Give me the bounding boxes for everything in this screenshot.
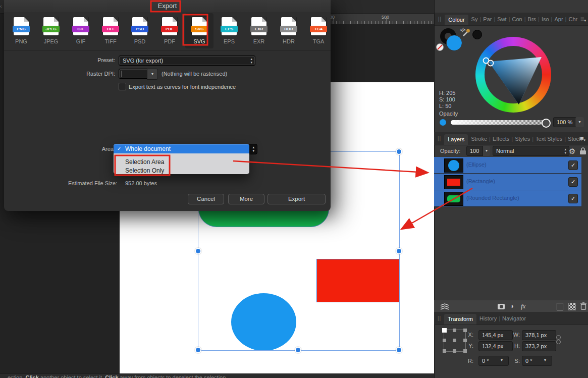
layer-row-rounded-rectangle[interactable]: (Rounded Rectangle) ✓ <box>434 190 581 207</box>
chevron-down-icon[interactable]: ▾ <box>501 358 503 362</box>
format-tile-jpeg[interactable]: JPEG JPEG <box>39 15 63 46</box>
tab-layers[interactable]: Layers <box>444 134 468 145</box>
panel-menu-icon[interactable]: ≡▾ <box>580 15 586 23</box>
format-tile-pdf[interactable]: PDF PDF <box>158 15 181 46</box>
colour-triangle[interactable] <box>479 50 548 109</box>
format-tile-tga[interactable]: TGA TGA <box>307 15 330 46</box>
anchor-dot[interactable] <box>443 349 446 353</box>
panel-handle-icon[interactable]: || <box>438 16 442 22</box>
layer-row-ellipse[interactable]: (Ellipse) ✓ <box>434 157 581 174</box>
format-tile-gif[interactable]: GIF GIF <box>69 15 92 46</box>
tab-history[interactable]: History <box>479 315 497 321</box>
mask-icon[interactable] <box>498 304 505 309</box>
tab-brs[interactable]: Brs <box>528 16 537 22</box>
tab-colour[interactable]: Colour <box>445 15 468 25</box>
anchor-dot[interactable] <box>453 349 456 353</box>
eyedropper-icon[interactable] <box>462 28 471 37</box>
curves-checkbox[interactable] <box>119 83 126 90</box>
rotation-select[interactable]: 0 ° <box>478 356 509 366</box>
panel-handle-icon[interactable]: || <box>438 136 441 141</box>
anchor-dot[interactable] <box>463 339 467 342</box>
tab-chr[interactable]: Chr <box>568 16 577 22</box>
h-field[interactable]: 373,2 px <box>522 341 556 351</box>
anchor-dot[interactable] <box>453 339 456 342</box>
gear-icon[interactable]: ⚙ <box>569 147 575 156</box>
export-button[interactable]: Export <box>268 194 326 204</box>
link-dimensions-icon[interactable] <box>556 340 561 344</box>
selection-handle[interactable] <box>295 347 301 353</box>
tab-effects[interactable]: Effects <box>493 136 509 142</box>
tab-par[interactable]: Par <box>483 16 492 22</box>
opacity-value-box[interactable]: 100 % <box>553 117 577 127</box>
tab-styles[interactable]: Styles <box>515 136 530 142</box>
menu-item-whole-document[interactable]: ✓ Whole document <box>114 144 249 153</box>
menu-item-selection-area[interactable]: Selection Area <box>125 158 164 166</box>
blend-mode-select[interactable]: Normal ▴▾ <box>493 146 569 156</box>
tab-iso[interactable]: Iso <box>542 16 549 22</box>
opacity-dropdown-button[interactable]: ▾ <box>575 117 584 127</box>
new-layer-icon[interactable] <box>557 303 563 310</box>
selection-handle[interactable] <box>195 347 201 353</box>
layer-visibility-checkbox[interactable]: ✓ <box>568 160 578 170</box>
raster-dpi-dropdown-button[interactable]: ▾ <box>147 69 158 80</box>
selection-handle[interactable] <box>396 248 402 254</box>
anchor-dot-selected[interactable] <box>442 328 447 333</box>
more-button[interactable]: More <box>228 194 264 204</box>
format-tile-eps[interactable]: EPS EPS <box>218 15 241 46</box>
opacity-slider-knob[interactable] <box>542 119 551 128</box>
y-field[interactable]: 132,4 px <box>478 341 513 351</box>
layer-row-rectangle[interactable]: (Rectangle) ✓ <box>434 174 581 190</box>
lock-icon[interactable] <box>580 147 586 154</box>
picked-colour-swatch[interactable] <box>472 30 482 39</box>
tab-sy[interactable]: Sy <box>471 16 478 22</box>
tab-con[interactable]: Con <box>512 16 522 22</box>
format-band: EXR <box>250 26 268 32</box>
shear-select[interactable]: 0 ° <box>522 356 552 366</box>
anchor-dot[interactable] <box>443 339 446 342</box>
pattern-icon[interactable] <box>568 303 576 310</box>
layer-visibility-checkbox[interactable]: ✓ <box>568 177 578 187</box>
layer-thumbnail <box>444 192 463 206</box>
panel-handle-icon[interactable]: || <box>438 315 441 321</box>
stepper-icon[interactable]: ▴▾ <box>250 57 252 64</box>
format-tile-hdr[interactable]: HDR HDR <box>277 15 300 46</box>
chevron-down-icon[interactable]: ▾ <box>544 358 546 362</box>
tab-apr[interactable]: Apr <box>554 16 563 22</box>
layer-stack-icon[interactable] <box>440 303 449 310</box>
selection-handle[interactable] <box>396 347 402 353</box>
format-tile-png[interactable]: PNG PNG <box>10 15 33 46</box>
anchor-dot[interactable] <box>453 329 456 332</box>
link-dimensions-icon[interactable] <box>556 335 561 340</box>
trash-icon[interactable] <box>580 302 586 310</box>
adjustment-icon[interactable]: ◑ <box>510 302 514 310</box>
no-fill-icon[interactable] <box>436 43 444 51</box>
menu-item-selection-only[interactable]: Selection Only <box>125 167 164 174</box>
selection-handle[interactable] <box>195 248 201 254</box>
layer-visibility-checkbox[interactable]: ✓ <box>568 194 578 203</box>
fx-icon[interactable]: fx <box>521 302 525 310</box>
format-tile-exr[interactable]: EXR EXR <box>247 15 271 46</box>
x-field[interactable]: 145,4 px <box>478 330 513 340</box>
format-tile-svg[interactable]: SVG SVG <box>188 15 211 46</box>
tab-stroke[interactable]: Stroke <box>471 136 487 142</box>
tab-swt[interactable]: Swt <box>497 16 506 22</box>
collapse-icon[interactable]: ‹ <box>0 3 2 9</box>
cancel-button[interactable]: Cancel <box>188 194 224 204</box>
tab-navigator[interactable]: Navigator <box>502 315 526 321</box>
format-tile-psd[interactable]: PSD PSD <box>128 15 151 46</box>
anchor-dot[interactable] <box>463 349 467 353</box>
preset-value: SVG (for export) <box>123 58 163 64</box>
tab-transform[interactable]: Transform <box>444 314 476 325</box>
fill-swatch[interactable] <box>446 35 462 51</box>
w-field[interactable]: 378,1 px <box>522 330 556 340</box>
opacity-slider[interactable] <box>451 120 547 125</box>
selection-handle[interactable] <box>396 148 402 155</box>
tab-text-styles[interactable]: Text Styles <box>536 136 562 142</box>
format-tile-tiff[interactable]: TIFF TIFF <box>99 15 122 46</box>
raster-dpi-input[interactable] <box>119 69 151 79</box>
panel-menu-icon[interactable]: ≡▾ <box>580 135 585 142</box>
preset-select[interactable]: SVG (for export) ▴▾ <box>119 56 255 66</box>
anchor-point-selector[interactable] <box>444 330 466 352</box>
file-size-value: 952.00 bytes <box>125 180 157 186</box>
layers-opacity-dropdown[interactable]: ▾ <box>483 146 490 156</box>
